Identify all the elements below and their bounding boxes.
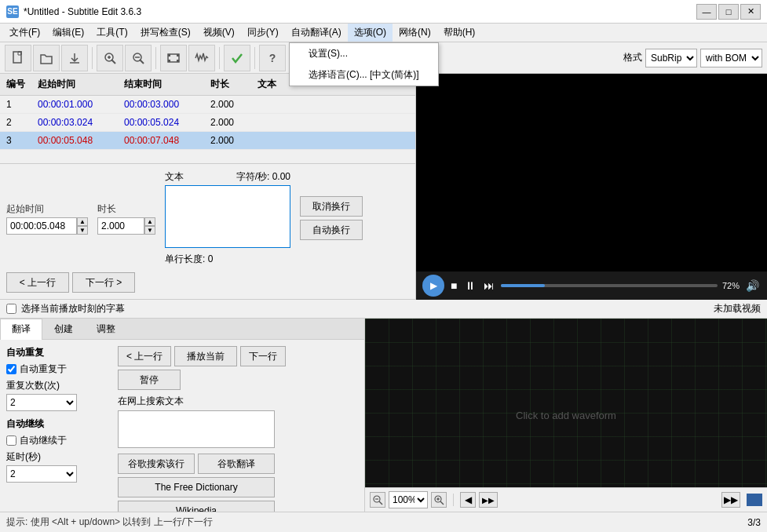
- wave-button[interactable]: [188, 45, 215, 71]
- duration-input[interactable]: [97, 217, 144, 235]
- delay-select[interactable]: 2 3 4 5: [6, 465, 77, 483]
- video-display[interactable]: [416, 74, 767, 271]
- menu-help[interactable]: 帮助(H): [437, 24, 482, 42]
- trans-play-current-button[interactable]: 播放当前: [174, 346, 237, 366]
- zoom-out-button[interactable]: [125, 45, 152, 71]
- duration-down[interactable]: ▼: [144, 226, 155, 235]
- waveform-prev-button[interactable]: ◀: [460, 492, 476, 508]
- nav-buttons: < 上一行 下一行 >: [6, 272, 409, 293]
- tab-translate[interactable]: 翻译: [0, 319, 42, 340]
- table-row[interactable]: 1 00:00:01.000 00:00:03.000 2.000: [0, 96, 415, 114]
- svg-line-19: [440, 501, 444, 505]
- download-button[interactable]: [61, 45, 88, 71]
- format-label: 格式: [623, 51, 642, 64]
- trans-next-button[interactable]: 下一行: [240, 346, 286, 366]
- cancel-wrap-button[interactable]: 取消换行: [300, 196, 363, 217]
- maximize-button[interactable]: □: [718, 4, 739, 20]
- bom-select[interactable]: with BOM: [700, 49, 762, 67]
- format-select[interactable]: SubRip: [645, 49, 697, 67]
- options-settings[interactable]: 设置(S)...: [290, 43, 438, 64]
- menu-edit[interactable]: 编辑(E): [46, 24, 90, 42]
- subtitle-check-area: 选择当前播放时刻的字幕 未加载视频: [0, 300, 767, 319]
- search-label: 在网上搜索文本: [118, 395, 358, 408]
- duration-spin: ▲ ▼: [144, 217, 155, 235]
- cell-num-1: 1: [3, 97, 35, 111]
- menu-bar: 文件(F) 编辑(E) 工具(T) 拼写检查(S) 视频(V) 同步(Y) 自动…: [0, 24, 767, 42]
- duration-up[interactable]: ▲: [144, 217, 155, 226]
- prev-row-button[interactable]: < 上一行: [6, 272, 69, 293]
- menu-network[interactable]: 网络(N): [393, 24, 437, 42]
- menu-sync[interactable]: 同步(Y): [241, 24, 285, 42]
- separator-4: [254, 47, 255, 69]
- start-time-spin: ▲ ▼: [77, 217, 88, 235]
- wikipedia-button[interactable]: Wikipedia: [118, 501, 275, 512]
- subtitle-check[interactable]: [6, 304, 16, 314]
- window-title: *Untitled - Subtitle Edit 3.6.3: [24, 6, 141, 17]
- play-button[interactable]: ▶: [422, 275, 444, 297]
- google-search-button[interactable]: 谷歌搜索该行: [118, 454, 195, 474]
- title-bar: SE *Untitled - Subtitle Edit 3.6.3 — □ ✕: [0, 0, 767, 24]
- skip-button[interactable]: ⏭: [482, 278, 496, 293]
- options-language[interactable]: 选择语言(C)... [中文(简体)]: [290, 64, 438, 86]
- table-body: 1 00:00:01.000 00:00:03.000 2.000 2 00:0…: [0, 96, 415, 150]
- table-row[interactable]: 3 00:00:05.048 00:00:07.048 2.000: [0, 132, 415, 150]
- free-dictionary-button[interactable]: The Free Dictionary: [118, 477, 275, 497]
- auto-repeat-title: 自动重复: [6, 346, 108, 359]
- toolbar-right: 格式 SubRip with BOM: [623, 49, 762, 67]
- subtitle-text-input[interactable]: [165, 185, 290, 248]
- zoom-in-button[interactable]: [97, 45, 123, 71]
- waveform-area[interactable]: Click to add waveform: [365, 319, 767, 512]
- start-time-label: 起始时间: [6, 202, 88, 216]
- start-time-up[interactable]: ▲: [77, 217, 88, 226]
- waveform-placeholder: Click to add waveform: [516, 410, 616, 421]
- cell-end-3: 00:00:07.048: [121, 133, 207, 148]
- close-button[interactable]: ✕: [740, 4, 761, 20]
- minimize-button[interactable]: —: [696, 4, 717, 20]
- repeat-count-select[interactable]: 2 3 4 5: [6, 394, 77, 411]
- table-row[interactable]: 2 00:00:03.024 00:00:05.024 2.000: [0, 114, 415, 132]
- start-time-down[interactable]: ▼: [77, 226, 88, 235]
- menu-spell[interactable]: 拼写检查(S): [134, 24, 197, 42]
- help-button[interactable]: ?: [259, 45, 286, 71]
- svg-rect-0: [13, 52, 21, 63]
- tab-adjust[interactable]: 调整: [85, 319, 127, 339]
- trans-prev-button[interactable]: < 上一行: [118, 346, 171, 366]
- delay-field: 延时(秒) 2 3 4 5: [6, 450, 108, 483]
- translation-right: < 上一行 播放当前 下一行 暂停 在网上搜索文本: [118, 346, 358, 512]
- trans-pause-button[interactable]: 暂停: [118, 370, 181, 390]
- auto-repeat-checkbox[interactable]: [6, 364, 16, 374]
- open-button[interactable]: [33, 45, 60, 71]
- volume-button[interactable]: 🔊: [744, 278, 761, 293]
- auto-continue-checkbox[interactable]: [6, 435, 16, 446]
- zoom-in-waveform[interactable]: [431, 492, 447, 508]
- film-button[interactable]: [160, 45, 187, 71]
- next-row-button[interactable]: 下一行 >: [72, 272, 135, 293]
- zoom-out-waveform[interactable]: [370, 492, 385, 508]
- stop-button[interactable]: ■: [449, 278, 458, 293]
- menu-video[interactable]: 视频(V): [197, 24, 241, 42]
- video-progress[interactable]: [501, 284, 718, 287]
- check-button[interactable]: [224, 45, 250, 71]
- waveform-next-button[interactable]: ▶▶: [479, 492, 498, 508]
- waveform-panel[interactable]: Click to add waveform 100% 150% 200%: [365, 319, 767, 512]
- col-start: 起始时间: [35, 76, 121, 93]
- search-textarea[interactable]: [118, 410, 275, 448]
- menu-autotrans[interactable]: 自动翻译(A): [285, 24, 348, 42]
- new-button[interactable]: [5, 45, 31, 71]
- google-translate-button[interactable]: 谷歌翻译: [198, 454, 275, 474]
- bottom-left: 翻译 创建 调整 自动重复 自: [0, 319, 365, 512]
- tab-create[interactable]: 创建: [42, 319, 85, 339]
- menu-options[interactable]: 选项(O): [348, 24, 393, 42]
- duration-wrap: ▲ ▼: [97, 217, 155, 235]
- col-end: 结束时间: [121, 76, 207, 93]
- cell-num-2: 2: [3, 115, 35, 129]
- pause-button[interactable]: ⏸: [463, 278, 477, 293]
- edit-row: 起始时间 ▲ ▼ 时长: [6, 170, 409, 266]
- right-panel: ▶ ■ ⏸ ⏭ 72% 🔊: [416, 74, 767, 300]
- zoom-level-select[interactable]: 100% 150% 200%: [389, 491, 428, 508]
- start-time-input[interactable]: [6, 217, 77, 235]
- menu-tools[interactable]: 工具(T): [90, 24, 133, 42]
- menu-file[interactable]: 文件(F): [3, 24, 46, 42]
- auto-wrap-button[interactable]: 自动换行: [300, 220, 363, 240]
- waveform-extra-button[interactable]: ▶▶: [721, 492, 740, 508]
